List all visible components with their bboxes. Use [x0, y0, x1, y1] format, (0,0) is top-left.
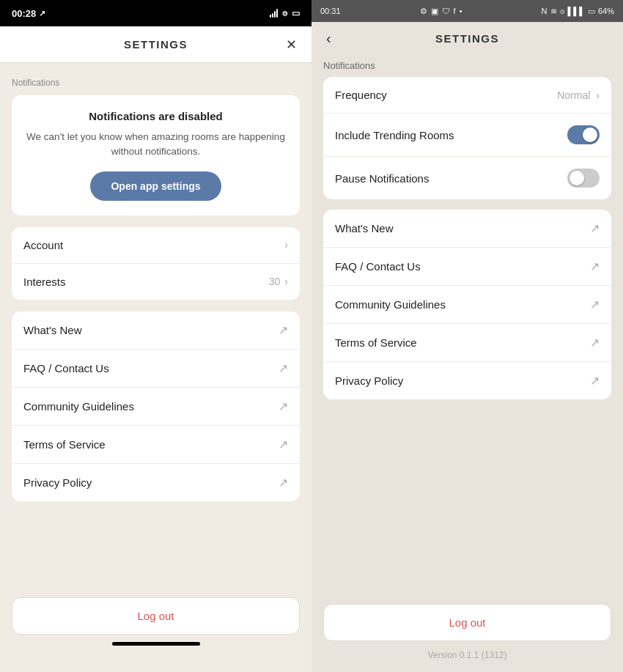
right-frequency-right: Normal ›: [557, 89, 600, 101]
location-icon: ↗: [39, 9, 45, 18]
left-notifications-label: Notifications: [12, 78, 300, 88]
toggle-knob-pause: [569, 171, 584, 185]
interests-count-badge: 30: [269, 276, 281, 287]
shield-icon: 🛡: [442, 7, 450, 15]
external-link-icon-5: ↗: [279, 476, 288, 490]
left-status-bar: 00:28 ↗ ⌾ ▭: [0, 0, 312, 26]
left-whats-new-label: What's New: [23, 324, 82, 336]
right-battery-icon: ▭: [588, 7, 595, 16]
left-time: 00:28 ↗: [12, 8, 45, 19]
open-app-settings-button[interactable]: Open app settings: [90, 171, 221, 201]
notification-disabled-card: Notifications are disabled We can't let …: [12, 95, 300, 215]
right-wifi-icon: ⌾: [560, 7, 565, 15]
external-link-icon-1: ↗: [279, 323, 288, 337]
left-interests-label: Interests: [23, 276, 66, 288]
left-account-section: Account › Interests 30 ›: [12, 227, 300, 300]
left-account-item[interactable]: Account ›: [12, 227, 300, 264]
left-tos-label: Terms of Service: [23, 438, 106, 451]
right-external-link-1: ↗: [590, 221, 600, 235]
right-logout-button[interactable]: Log out: [323, 604, 611, 641]
right-notifications-label: Notifications: [323, 60, 611, 71]
left-tos-item[interactable]: Terms of Service ↗: [12, 426, 300, 464]
left-header: SETTINGS ✕: [0, 26, 312, 63]
chevron-right-icon-freq: ›: [596, 89, 600, 101]
left-whats-new-item[interactable]: What's New ↗: [12, 311, 300, 350]
right-pause-item: Pause Notifications: [323, 157, 611, 199]
chevron-right-icon-2: ›: [284, 276, 288, 287]
right-community-item[interactable]: Community Guidelines ↗: [323, 286, 611, 324]
right-panel: 00:31 ⚙ ▣ 🛡 f • N ≋ ⌾ ▌▌▌ ▭ 64% ‹ SETTIN…: [312, 0, 623, 672]
left-status-icons: ⌾ ▭: [270, 8, 300, 18]
left-account-label: Account: [23, 239, 63, 251]
right-frequency-label: Frequency: [335, 89, 387, 101]
right-status-icons: ⚙ ▣ 🛡 f •: [420, 7, 462, 16]
right-footer: Log out Version 0.1.1 (1312): [312, 598, 623, 672]
left-privacy-label: Privacy Policy: [23, 476, 92, 489]
right-trending-label: Include Trending Rooms: [335, 129, 454, 141]
right-pause-right: [567, 169, 600, 188]
left-content: Notifications Notifications are disabled…: [0, 63, 312, 588]
signal-icon: [270, 9, 278, 18]
right-links-section: What's New ↗ FAQ / Contact Us ↗ Communit…: [323, 210, 611, 399]
right-whats-new-label: What's New: [335, 222, 394, 235]
external-link-icon-2: ↗: [279, 361, 288, 375]
notification-card-title: Notifications are disabled: [23, 110, 288, 122]
screen-icon: ▣: [431, 7, 438, 16]
right-external-link-3: ↗: [590, 298, 600, 311]
right-trending-right: [567, 125, 600, 144]
home-indicator: [112, 642, 200, 646]
right-external-link-2: ↗: [590, 259, 600, 273]
external-link-icon-4: ↗: [279, 437, 288, 451]
vibrate-icon: ≋: [550, 7, 557, 16]
right-battery-area: N ≋ ⌾ ▌▌▌ ▭ 64%: [542, 7, 614, 16]
right-header: ‹ SETTINGS: [312, 22, 623, 54]
close-button[interactable]: ✕: [286, 37, 297, 53]
gear-icon: ⚙: [420, 7, 427, 16]
right-notifications-card: Frequency Normal › Include Trending Room…: [323, 77, 611, 199]
frequency-value: Normal: [557, 89, 590, 101]
right-signal-icon: ▌▌▌: [568, 7, 585, 15]
right-external-link-5: ↗: [590, 374, 600, 388]
left-panel: 00:28 ↗ ⌾ ▭ SETTINGS ✕ Notifications Not…: [0, 0, 312, 672]
battery-icon: ▭: [292, 8, 300, 18]
right-community-label: Community Guidelines: [335, 298, 446, 311]
trending-toggle[interactable]: [567, 125, 600, 144]
right-whats-new-item[interactable]: What's New ↗: [323, 210, 611, 248]
left-privacy-item[interactable]: Privacy Policy ↗: [12, 464, 300, 501]
left-links-section: What's New ↗ FAQ / Contact Us ↗ Communit…: [12, 311, 300, 501]
right-settings-title: SETTINGS: [435, 32, 499, 45]
right-faq-item[interactable]: FAQ / Contact Us ↗: [323, 248, 611, 286]
left-interests-item[interactable]: Interests 30 ›: [12, 264, 300, 300]
right-time: 00:31: [320, 7, 341, 15]
right-trending-item: Include Trending Rooms: [323, 114, 611, 157]
right-privacy-item[interactable]: Privacy Policy ↗: [323, 362, 611, 399]
n-icon: N: [542, 7, 548, 15]
right-pause-label: Pause Notifications: [335, 172, 429, 185]
right-tos-label: Terms of Service: [335, 336, 417, 349]
right-battery-level: 64%: [598, 7, 614, 15]
right-frequency-item[interactable]: Frequency Normal ›: [323, 77, 611, 114]
left-logout-button[interactable]: Log out: [12, 597, 300, 635]
external-link-icon-3: ↗: [279, 399, 288, 413]
notification-card-desc: We can't let you know when amazing rooms…: [23, 130, 288, 160]
left-faq-label: FAQ / Contact Us: [23, 362, 109, 374]
right-status-bar: 00:31 ⚙ ▣ 🛡 f • N ≋ ⌾ ▌▌▌ ▭ 64%: [312, 0, 623, 22]
chevron-right-icon: ›: [284, 239, 288, 251]
left-interests-right: 30 ›: [269, 276, 288, 287]
left-community-item[interactable]: Community Guidelines ↗: [12, 388, 300, 426]
right-tos-item[interactable]: Terms of Service ↗: [323, 324, 611, 362]
pause-toggle[interactable]: [567, 169, 600, 188]
left-faq-item[interactable]: FAQ / Contact Us ↗: [12, 350, 300, 388]
facebook-icon: f: [454, 7, 456, 15]
back-button[interactable]: ‹: [326, 31, 331, 45]
right-faq-label: FAQ / Contact Us: [335, 260, 421, 273]
toggle-knob-trending: [583, 128, 597, 142]
left-community-label: Community Guidelines: [23, 400, 134, 413]
version-text: Version 0.1.1 (1312): [323, 650, 611, 660]
right-content: Notifications Frequency Normal › Include…: [312, 54, 623, 598]
right-privacy-label: Privacy Policy: [335, 374, 403, 387]
left-account-right: ›: [284, 239, 288, 251]
left-settings-title: SETTINGS: [124, 38, 188, 51]
dot-icon: •: [460, 7, 462, 15]
left-footer: Log out: [0, 588, 312, 672]
